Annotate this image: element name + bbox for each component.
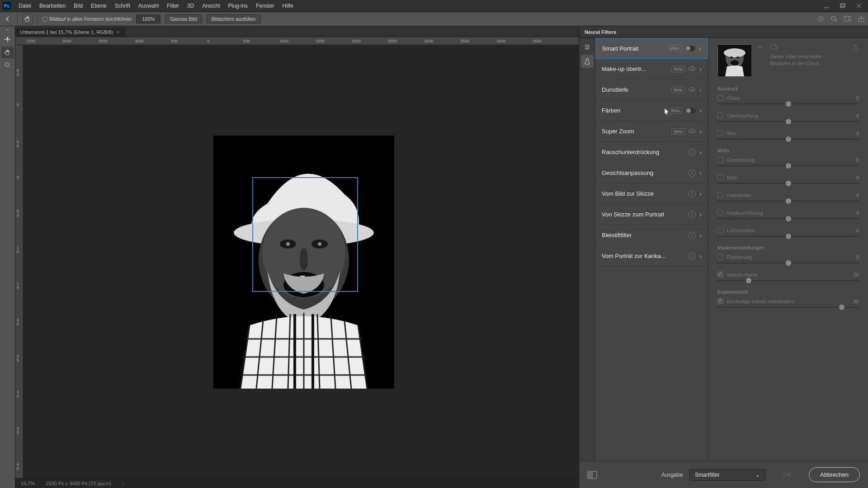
filter-item[interactable]: Vom Porträt zur Karika...i› (595, 246, 708, 267)
filter-item[interactable]: Von Skizze zum Portraiti› (595, 204, 708, 225)
slider-checkbox[interactable] (717, 210, 723, 216)
slider-thumb[interactable] (786, 119, 791, 124)
slider-track[interactable] (717, 307, 859, 308)
slider-track[interactable] (717, 139, 859, 140)
filter-item[interactable]: FärbenBeta› (595, 100, 708, 121)
info-icon[interactable]: i (689, 232, 696, 239)
slider-thumb[interactable] (746, 278, 751, 283)
slider-thumb[interactable] (786, 260, 791, 266)
slider-track[interactable] (717, 280, 859, 281)
slider-checkbox[interactable] (717, 130, 723, 136)
filter-item[interactable]: Super ZoomBeta› (595, 121, 708, 142)
maximize-button[interactable] (836, 1, 849, 10)
slider-track[interactable] (717, 165, 859, 166)
slider-thumb[interactable] (786, 101, 791, 107)
menu-item[interactable]: Schrift (111, 2, 134, 10)
download-icon[interactable] (689, 128, 696, 135)
cancel-button[interactable]: Abbrechen (809, 467, 860, 482)
category-beta[interactable] (581, 55, 594, 68)
info-icon[interactable]: i (689, 211, 696, 218)
before-after-icon[interactable] (587, 471, 597, 479)
menu-item[interactable]: Datei (14, 2, 35, 10)
close-icon[interactable]: × (117, 29, 119, 35)
zoom-tool[interactable] (1, 59, 14, 71)
menu-item[interactable]: Filter (163, 2, 183, 10)
chevron-down-icon[interactable] (757, 44, 764, 51)
slider-track[interactable] (717, 201, 859, 202)
scroll-all-checkbox[interactable]: Bildlauf in allen Fenstern durchführen (42, 16, 132, 22)
svg-point-43 (586, 48, 587, 50)
slider-checkbox[interactable] (717, 227, 723, 233)
minimize-button[interactable] (820, 1, 833, 10)
slider-thumb[interactable] (839, 305, 844, 310)
workspace-icon[interactable] (844, 15, 852, 23)
collapse-icon[interactable]: » (6, 27, 9, 33)
fit-whole-button[interactable]: Ganzes Bild (165, 14, 202, 23)
slider-checkbox[interactable] (717, 298, 723, 304)
slider-thumb[interactable] (786, 216, 791, 221)
slider-thumb[interactable] (786, 181, 791, 186)
slider-checkbox[interactable] (717, 113, 723, 118)
filter-item[interactable]: DunsttiefeBeta› (595, 80, 708, 100)
canvas[interactable] (24, 45, 579, 478)
slider-thumb[interactable] (786, 163, 791, 169)
filter-item[interactable]: Make-up übertr...Beta› (595, 59, 708, 80)
close-button[interactable] (853, 1, 865, 10)
output-select[interactable]: Smartfilter⌄ (689, 469, 766, 481)
slider-track[interactable] (717, 121, 859, 122)
menu-item[interactable]: Bearbeiten (35, 2, 70, 10)
filter-toggle[interactable] (686, 108, 696, 113)
slider-checkbox[interactable] (717, 95, 723, 101)
slider-checkbox[interactable] (717, 157, 723, 163)
info-icon[interactable]: i (689, 190, 696, 197)
filter-item[interactable]: Vom Bild zur Skizzei› (595, 183, 708, 204)
filter-item[interactable]: Bleistiftfilteri› (595, 225, 708, 246)
slider-track[interactable] (717, 183, 859, 184)
reset-icon[interactable] (852, 44, 859, 52)
download-icon[interactable] (689, 66, 696, 73)
download-icon[interactable] (689, 86, 696, 94)
menu-item[interactable]: Auswahl (134, 2, 163, 10)
filter-toggle[interactable] (685, 46, 695, 51)
slider-thumb[interactable] (786, 198, 791, 204)
menu-item[interactable]: 3D (183, 2, 198, 10)
filter-item[interactable]: Rauschunterdrückungi› (595, 142, 708, 163)
hand-tool[interactable] (1, 47, 14, 58)
svg-point-49 (731, 60, 739, 66)
slider-track[interactable] (717, 263, 859, 263)
face-thumbnail[interactable] (717, 44, 751, 76)
menu-item[interactable]: Plug-ins (224, 2, 252, 10)
slider-track[interactable] (717, 236, 859, 237)
doc-tab[interactable]: Unbenannt-1 bei 15,7% (Ebene 1, RGB/8)× (15, 28, 125, 37)
slider-thumb[interactable] (786, 234, 791, 239)
filter-item[interactable]: Smart PortraitBeta› (595, 38, 708, 59)
cloud-icon[interactable] (816, 15, 825, 23)
slider-checkbox[interactable] (717, 174, 723, 180)
menu-item[interactable]: Ansicht (198, 2, 224, 10)
slider-checkbox[interactable] (717, 272, 723, 277)
category-featured[interactable] (581, 41, 594, 53)
ok-button[interactable]: OK (772, 468, 802, 482)
slider-checkbox[interactable] (717, 192, 723, 198)
slider-track[interactable] (717, 103, 859, 104)
info-icon[interactable]: i (689, 169, 696, 177)
fill-screen-button[interactable]: Bildschirm ausfüllen (207, 14, 261, 23)
info-icon[interactable]: i (689, 253, 696, 260)
menu-item[interactable]: Bild (70, 2, 87, 10)
filter-item[interactable]: Gesichtsanpassungi› (595, 163, 708, 183)
move-tool[interactable] (1, 34, 14, 46)
zoom-field[interactable]: 100% (136, 14, 160, 23)
info-icon[interactable]: i (689, 149, 696, 156)
menu-item[interactable]: Ebene (87, 2, 111, 10)
chevron-right-icon[interactable]: › (122, 481, 124, 486)
slider-checkbox[interactable] (717, 254, 723, 260)
home-back-button[interactable] (3, 14, 13, 24)
hand-tool-icon[interactable] (22, 14, 33, 24)
slider-track[interactable] (717, 218, 859, 219)
menu-item[interactable]: Hilfe (278, 2, 297, 10)
slider-thumb[interactable] (786, 136, 791, 142)
share-icon[interactable] (857, 15, 865, 23)
menu-item[interactable]: Fenster (252, 2, 278, 10)
search-icon[interactable] (830, 15, 838, 23)
filter-name: Gesichtsanpassung (602, 169, 685, 176)
